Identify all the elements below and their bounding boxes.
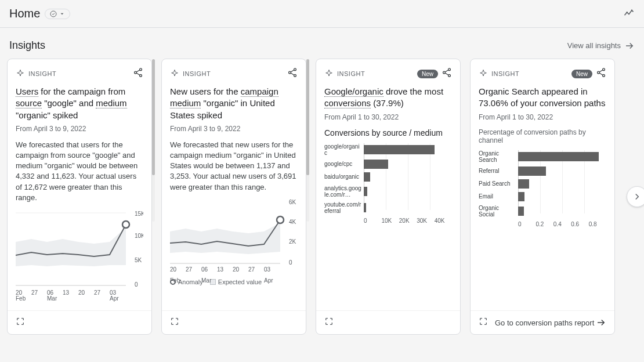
insight-label: INSIGHT	[170, 69, 211, 78]
bar-label: google/organic	[324, 143, 364, 156]
date-range: From April 1 to 30, 2022	[324, 113, 452, 121]
insight-label: INSIGHT	[16, 69, 56, 78]
expand-icon[interactable]	[170, 317, 179, 328]
insight-title: Google/organic drove the most conversion…	[324, 86, 452, 110]
bar-row: baidu/organic	[324, 172, 452, 182]
svg-text:27: 27	[31, 289, 38, 296]
footer-link[interactable]: Go to conversion paths report	[495, 317, 606, 328]
bar-fill	[364, 187, 367, 196]
view-all-insights-link[interactable]: View all insights	[567, 41, 635, 51]
svg-point-9	[122, 221, 129, 228]
bar-row: Organic Search	[479, 150, 606, 163]
svg-point-1	[626, 11, 628, 13]
new-badge: New	[571, 70, 592, 78]
svg-text:5K: 5K	[135, 257, 142, 263]
arrow-right-icon	[624, 41, 635, 51]
chevron-down-icon	[59, 11, 65, 17]
bar-label: Referral	[479, 168, 518, 174]
svg-point-2	[631, 9, 633, 11]
svg-text:20: 20	[78, 289, 85, 296]
bar-fill	[364, 172, 370, 182]
sparkle-icon	[479, 69, 488, 78]
insights-trend-icon[interactable]	[623, 7, 635, 21]
svg-text:10K: 10K	[135, 233, 143, 239]
sparkle-icon	[170, 69, 179, 78]
svg-text:13: 13	[63, 289, 70, 296]
topbar: Home	[0, 0, 644, 28]
bar-row: Email	[479, 192, 606, 201]
bar-fill	[518, 152, 599, 161]
svg-text:20: 20	[170, 266, 177, 273]
insight-card: INSIGHT New Organic Search appeared in 7…	[470, 59, 615, 335]
expand-icon[interactable]	[479, 317, 488, 328]
bar-label: baidu/organic	[324, 173, 364, 180]
page-title: Home	[9, 7, 40, 20]
date-range: From April 3 to 9, 2022	[170, 125, 298, 133]
bar-row: Referral	[479, 166, 606, 176]
insight-title: Organic Search appeared in 73.06% of you…	[479, 86, 606, 110]
line-chart: 15K 10K 5K 0 20Feb 27 06Mar 13 20 27 03A…	[16, 210, 143, 303]
svg-text:20: 20	[233, 266, 240, 273]
bar-fill	[364, 160, 388, 169]
svg-text:Feb: Feb	[16, 295, 26, 302]
bar-chart: Organic SearchReferralPaid SearchEmailOr…	[479, 150, 606, 227]
svg-text:15K: 15K	[135, 211, 143, 217]
share-icon[interactable]	[287, 67, 298, 80]
svg-text:4K: 4K	[289, 219, 296, 225]
insight-card: INSIGHT New Google/organic drove the mos…	[316, 59, 461, 335]
insight-title: New users for the campaign medium "organ…	[170, 86, 298, 121]
bar-row: youtube.com/referral	[324, 201, 452, 214]
share-icon[interactable]	[596, 67, 606, 80]
share-icon[interactable]	[442, 67, 452, 80]
insight-description: We forecasted that users for the campaig…	[16, 140, 143, 203]
chart-subhead: Conversions by source / medium	[324, 128, 452, 137]
svg-text:0: 0	[289, 259, 292, 266]
sparkle-icon	[324, 69, 334, 78]
bar-axis: 010K20K30K40K	[364, 218, 452, 224]
bar-label: Email	[479, 193, 518, 200]
bar-fill	[364, 203, 366, 212]
svg-text:0: 0	[135, 281, 138, 288]
section-header: Insights View all insights	[0, 28, 644, 59]
bar-chart: google/organicgoogle/cpcbaidu/organicana…	[324, 143, 452, 224]
view-all-label: View all insights	[567, 41, 621, 50]
bar-fill	[518, 179, 529, 189]
share-icon[interactable]	[133, 67, 143, 80]
date-range: From April 3 to 9, 2022	[16, 125, 143, 133]
bar-fill	[518, 192, 524, 201]
bar-label: Organic Social	[479, 205, 518, 218]
status-pill[interactable]	[45, 9, 70, 19]
insight-title: Users for the campaign from source "goog…	[16, 86, 143, 121]
bar-row: google/organic	[324, 143, 452, 156]
bar-fill	[364, 145, 435, 154]
expand-icon[interactable]	[324, 317, 334, 328]
expand-icon[interactable]	[16, 317, 25, 328]
svg-text:27: 27	[186, 266, 193, 273]
bar-fill	[518, 207, 524, 216]
bar-label: google/cpc	[324, 161, 364, 167]
insight-card: INSIGHT Users for the campaign from sour…	[7, 59, 152, 335]
svg-text:27: 27	[248, 266, 255, 273]
svg-text:03: 03	[264, 266, 271, 273]
check-circle-icon	[50, 10, 57, 17]
svg-text:Apr: Apr	[110, 295, 119, 302]
insight-description: We forecasted that new users for the cam…	[170, 140, 298, 193]
bar-label: Organic Search	[479, 150, 518, 163]
insight-card: INSIGHT New users for the campaign mediu…	[161, 59, 306, 335]
svg-text:6K: 6K	[289, 200, 296, 205]
date-range: From April 1 to 30, 2022	[479, 113, 606, 121]
bar-label: youtube.com/referral	[324, 201, 364, 214]
bar-label: analytics.google.com/r…	[324, 185, 364, 198]
bar-label: Paid Search	[479, 180, 518, 187]
bar-row: Organic Social	[479, 205, 606, 218]
next-button[interactable]	[627, 186, 644, 207]
svg-text:06: 06	[201, 266, 208, 273]
svg-point-28	[277, 216, 284, 223]
bar-axis: 00.20.40.60.8	[518, 221, 606, 227]
insight-label: INSIGHT	[479, 69, 519, 78]
bar-row: google/cpc	[324, 160, 452, 169]
new-badge: New	[417, 70, 438, 78]
section-title: Insights	[9, 39, 45, 52]
svg-text:27: 27	[94, 289, 101, 296]
line-chart: 6K 4K 2K 0 20 27 06 13 20 27 03 FebMarAp…	[170, 200, 298, 275]
